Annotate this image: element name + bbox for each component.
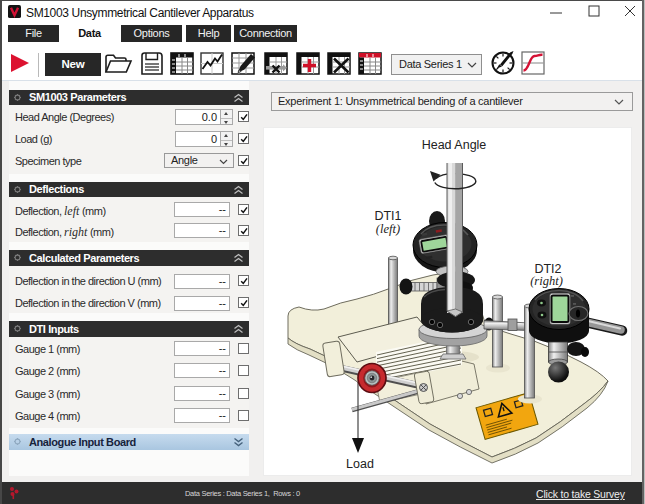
svg-text:Head Angle: Head Angle <box>422 138 487 152</box>
svg-text:(right): (right) <box>530 274 563 288</box>
svg-text:(left): (left) <box>376 222 400 236</box>
svg-text:Load: Load <box>346 457 374 471</box>
